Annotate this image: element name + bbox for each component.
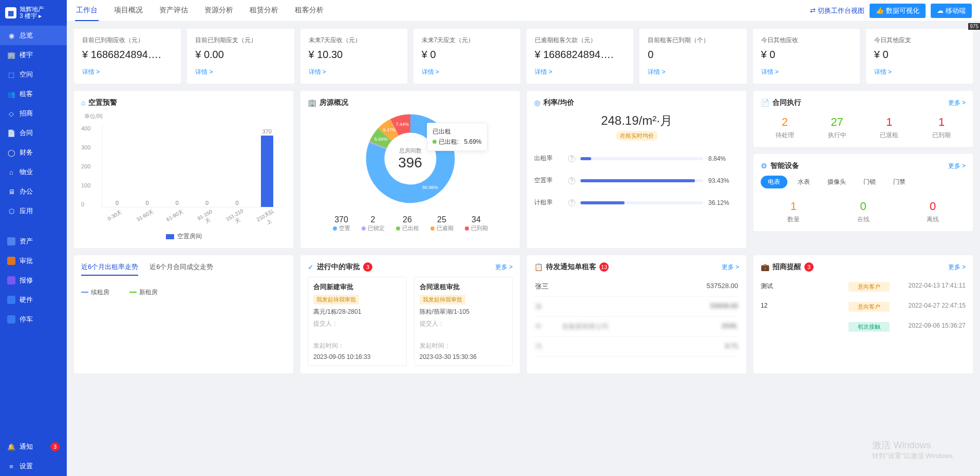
sidebar-sub-1[interactable]: 审批: [0, 251, 67, 271]
bell-icon: 🔔: [7, 443, 15, 451]
panel-vacancy-title: 空置预警: [88, 98, 117, 107]
help-icon[interactable]: ?: [568, 177, 575, 184]
approval-card-0[interactable]: 合同新建审批 我发起待我审批 高元/1栋/28-2801 提交人： 发起时间： …: [308, 277, 407, 366]
help-icon[interactable]: ?: [568, 155, 575, 162]
switch-view-link[interactable]: ⇄ 切换工作台视图: [810, 6, 864, 15]
kpi-detail-7[interactable]: 详情 >: [874, 68, 965, 77]
sidebar-item-0[interactable]: ◉总览: [0, 26, 67, 45]
panel-rooms: 🏢 房源概况 80.96%5.69%5.47%7.44% 总房间数 396 已出…: [300, 91, 520, 248]
help-icon[interactable]: ?: [568, 199, 575, 206]
tenant-row-3[interactable]: 汽0.71: [534, 337, 739, 357]
brand-icon: ▦: [5, 7, 16, 18]
sidebar-item-5[interactable]: 📄合同: [0, 123, 67, 143]
tab-2[interactable]: 资产评估: [158, 1, 189, 21]
approvals-badge: 3: [363, 262, 372, 272]
trend-legend: 续租房 新租房: [81, 287, 286, 297]
kpi-card-1: 目前已到期应支（元） ¥ 0.00 详情 >: [187, 29, 294, 84]
panel-contract: 📄 合同执行 更多 > 2待处理27执行中1已退租1已到期: [753, 91, 973, 147]
tenants-badge: 13: [599, 262, 609, 272]
panel-rooms-title: 房源概况: [319, 98, 348, 107]
nav-icon-8: 🖥: [7, 188, 15, 196]
menu-icon: ≡: [7, 463, 15, 470]
sidebar-item-7[interactable]: ⌂物业: [0, 162, 67, 182]
smart-chip-1[interactable]: 水表: [790, 176, 817, 188]
kpi-detail-3[interactable]: 详情 >: [422, 68, 512, 77]
nav-icon-2: ⬚: [7, 71, 15, 79]
nav-icon-6: ◯: [7, 149, 15, 157]
kpi-card-3: 未来7天应支（元） ¥ 0 详情 >: [413, 29, 520, 84]
thumb-icon: 👍: [876, 7, 884, 14]
sidebar-item-9[interactable]: ⬡应用: [0, 201, 67, 221]
trend-tab-0[interactable]: 近6个月出租率走势: [81, 262, 138, 276]
brand-line2: 3 楼宇 ▸: [20, 13, 44, 20]
sidebar-item-6[interactable]: ◯财务: [0, 143, 67, 162]
trend-tab-1[interactable]: 近6个月合同成交走势: [149, 262, 213, 276]
panel-approvals: ✓ 进行中的审批 3 更多 > 合同新建审批 我发起待我审批 高元/1栋/28-…: [300, 255, 520, 373]
notice-badge: 3: [50, 442, 60, 451]
sidebar-item-4[interactable]: ◇招商: [0, 104, 67, 123]
tab-1[interactable]: 项目概况: [113, 1, 144, 21]
kpi-detail-1[interactable]: 详情 >: [195, 68, 286, 77]
sidebar-sub-4[interactable]: 停车: [0, 310, 67, 329]
tenant-row-2[interactable]: 中 发集团有限公司2530.: [534, 317, 739, 337]
sidebar-sub-2[interactable]: 报修: [0, 271, 67, 290]
building-icon: 🏢: [308, 99, 316, 107]
remind-row-2[interactable]: 初次接触2022-09-06 15:36:27: [761, 317, 966, 337]
approvals-more[interactable]: 更多 >: [495, 263, 513, 272]
smart-chip-2[interactable]: 摄像头: [820, 176, 853, 188]
smart-chip-4[interactable]: 门禁: [886, 176, 913, 188]
sub-icon-1: [7, 257, 15, 265]
reminds-more[interactable]: 更多 >: [948, 263, 966, 272]
check-icon: ✓: [308, 263, 314, 271]
remind-row-1[interactable]: 12意向客户2022-04-27 22:47:15: [761, 297, 966, 317]
tab-4[interactable]: 租赁分析: [249, 1, 279, 21]
tenants-more[interactable]: 更多 >: [722, 263, 739, 272]
panel-rate-title: 利率/均价: [543, 98, 574, 107]
kpi-detail-0[interactable]: 详情 >: [82, 68, 173, 77]
rooms-donut-chart: 80.96%5.69%5.47%7.44% 总房间数 396 已出租 已出租: …: [364, 112, 457, 205]
panel-rate: ◎ 利率/均价 248.19/m²·月 在租实时均价 出租率? 8.84%空置率…: [527, 91, 746, 248]
contract-more[interactable]: 更多 >: [948, 99, 966, 107]
gear-icon: ⚙: [761, 162, 767, 170]
sidebar-item-8[interactable]: 🖥办公: [0, 182, 67, 201]
donut-tooltip: 已出租 已出租: 5.69%: [427, 123, 487, 151]
data-viz-button[interactable]: 👍 数据可视化: [870, 4, 926, 18]
remind-row-0[interactable]: 测试意向客户2022-04-13 17:41:11: [761, 277, 966, 297]
kpi-detail-5[interactable]: 详情 >: [648, 68, 738, 77]
tab-0[interactable]: 工作台: [75, 1, 99, 21]
smart-chip-0[interactable]: 电表: [761, 176, 787, 188]
switch-icon: ⇄: [810, 7, 816, 14]
smart-more[interactable]: 更多 >: [948, 162, 966, 170]
smart-chip-3[interactable]: 门锁: [856, 176, 883, 188]
sidebar-sub-0[interactable]: 资产: [0, 232, 67, 251]
panel-reminds: 💼 招商提醒 3 更多 > 测试意向客户2022-04-13 17:41:111…: [753, 255, 973, 373]
panel-vacancy: ⌂ 空置预警 单位/间 4003002001000 00000370 0-30天…: [74, 91, 293, 248]
coin-icon: ◎: [534, 99, 540, 107]
sidebar-sub-3[interactable]: 硬件: [0, 290, 67, 310]
panel-smart: ⚙ 智能设备 更多 > 电表水表摄像头门锁门禁 1数量0在线0离线: [753, 154, 973, 231]
sidebar-item-1[interactable]: 🏢楼宇: [0, 45, 67, 65]
reminds-badge: 3: [804, 262, 814, 272]
nav-icon-1: 🏢: [7, 51, 15, 59]
sidebar-notice[interactable]: 🔔 通知 3: [0, 437, 67, 456]
vacancy-bar-chart: 4003002001000 00000370 0-30天31-60天61-90天…: [81, 120, 286, 223]
nav-icon-4: ◇: [7, 110, 15, 118]
kpi-card-6: 今日其他应收 ¥ 0 详情 >: [753, 29, 860, 84]
sidebar-settings[interactable]: ≡ 设置: [0, 456, 67, 476]
sidebar-item-3[interactable]: 👥租客: [0, 84, 67, 104]
sidebar-item-2[interactable]: ⬚空间: [0, 65, 67, 84]
nav-icon-5: 📄: [7, 129, 15, 137]
tenant-row-0[interactable]: 张三537528.00: [534, 277, 739, 297]
tab-5[interactable]: 租客分析: [294, 1, 325, 21]
mobile-button[interactable]: ☁ 移动端: [931, 4, 972, 18]
kpi-detail-4[interactable]: 详情 >: [535, 68, 625, 77]
kpi-detail-6[interactable]: 详情 >: [761, 68, 852, 77]
panel-tenants: 📋 待发通知单租客 13 更多 > 张三537528.00深53009.00中 …: [527, 255, 746, 373]
approval-card-1[interactable]: 合同退租审批 我发起待我审批 陈粒/翡翠湖/1-105 提交人： 发起时间： 2…: [414, 277, 513, 366]
cloud-icon: ☁: [937, 7, 944, 14]
brand[interactable]: ▦ 旭辉地产 3 楼宇 ▸: [0, 0, 67, 26]
tab-3[interactable]: 资源分析: [203, 1, 234, 21]
topbar: 工作台项目概况资产评估资源分析租赁分析租客分析 ⇄ 切换工作台视图 👍 数据可视…: [67, 0, 980, 22]
kpi-detail-2[interactable]: 详情 >: [309, 68, 399, 77]
tenant-row-1[interactable]: 深53009.00: [534, 297, 739, 317]
